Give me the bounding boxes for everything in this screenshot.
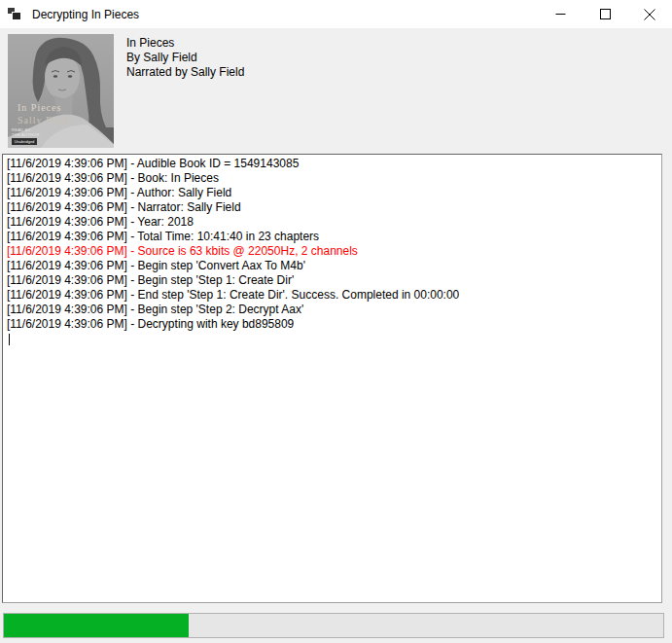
app-icon: [8, 7, 23, 22]
progress-bar: [3, 613, 664, 638]
caption-controls: [538, 0, 672, 28]
app-window: Decrypting In Pieces: [0, 0, 672, 643]
minimize-button[interactable]: [538, 0, 583, 28]
book-title: In Pieces: [126, 36, 244, 51]
log-line: [11/6/2019 4:39:06 PM] - Begin step 'Ste…: [7, 303, 657, 317]
cover-author-text: Sally Field: [18, 115, 71, 125]
window-title: Decrypting In Pieces: [32, 8, 139, 21]
log-line: [11/6/2019 4:39:06 PM] - Audible Book ID…: [7, 157, 657, 171]
minimize-icon: [555, 9, 566, 19]
app-icon-square-large: [12, 12, 21, 20]
book-narrator: Narrated by Sally Field: [126, 65, 244, 80]
progress-fill: [4, 614, 189, 637]
cover-title-text: In Pieces: [18, 102, 61, 113]
log-line: [11/6/2019 4:39:06 PM] - Source is 63 kb…: [7, 244, 657, 259]
close-icon: [644, 9, 655, 20]
cover-read-by-text: READ BY THE AUTHOR: [12, 127, 40, 137]
text-caret: [9, 334, 10, 345]
log-line: [11/6/2019 4:39:06 PM] - Narrator: Sally…: [7, 200, 657, 215]
log-lines: [11/6/2019 4:39:06 PM] - Audible Book ID…: [7, 157, 657, 332]
book-author: By Sally Field: [126, 51, 244, 65]
log-line: [11/6/2019 4:39:06 PM] - Decrypting with…: [7, 317, 657, 332]
log-line: [11/6/2019 4:39:06 PM] - Book: In Pieces: [7, 171, 657, 186]
maximize-icon: [600, 9, 611, 19]
book-cover-image: In Pieces Sally Field READ BY THE AUTHOR…: [8, 34, 114, 148]
cover-edition-badge: Unabridged: [12, 138, 37, 145]
log-line: [11/6/2019 4:39:06 PM] - Begin step 'Ste…: [7, 273, 657, 288]
log-line: [11/6/2019 4:39:06 PM] - Year: 2018: [7, 215, 657, 230]
close-button[interactable]: [627, 0, 672, 28]
log-line: [11/6/2019 4:39:06 PM] - Total Time: 10:…: [7, 230, 657, 244]
title-bar: Decrypting In Pieces: [0, 0, 672, 28]
book-info: In Pieces By Sally Field Narrated by Sal…: [126, 36, 244, 80]
log-line: [11/6/2019 4:39:06 PM] - Begin step 'Con…: [7, 259, 657, 273]
log-line: [11/6/2019 4:39:06 PM] - Author: Sally F…: [7, 186, 657, 200]
log-line: [11/6/2019 4:39:06 PM] - End step 'Step …: [7, 288, 657, 303]
maximize-button[interactable]: [583, 0, 627, 28]
log-textbox[interactable]: [11/6/2019 4:39:06 PM] - Audible Book ID…: [2, 154, 662, 603]
